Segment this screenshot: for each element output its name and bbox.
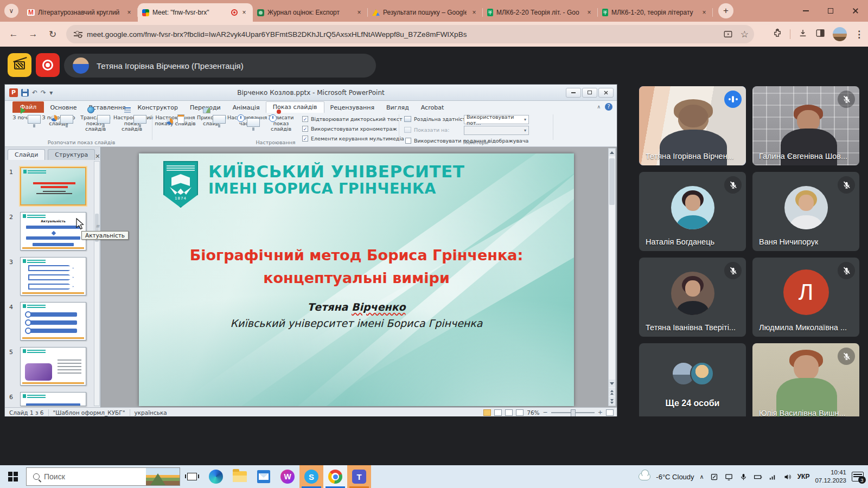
zoom-slider[interactable] — [551, 412, 595, 413]
maximize-button[interactable] — [818, 0, 843, 22]
side-panel-icon[interactable] — [815, 28, 825, 40]
tray-expand-icon[interactable] — [700, 473, 704, 480]
fit-to-window-icon[interactable] — [606, 409, 614, 416]
scrollbar-thumb[interactable] — [609, 158, 615, 205]
slide-thumbnail-6[interactable] — [20, 392, 86, 406]
status-language[interactable]: українська — [130, 409, 171, 416]
collapse-ribbon-icon[interactable]: ∧ — [597, 104, 601, 110]
download-icon[interactable] — [798, 28, 808, 40]
network-icon[interactable] — [768, 472, 777, 481]
tab-view[interactable]: Вигляд — [380, 102, 415, 113]
taskbar-clock[interactable]: 10:41 07.12.2023 — [815, 468, 846, 485]
taskbar-mail[interactable] — [252, 465, 276, 488]
panel-scrollbar[interactable] — [94, 161, 100, 406]
slideshow-view-icon[interactable] — [516, 409, 524, 416]
tab-home[interactable]: Основне — [44, 102, 82, 113]
powerpoint-logo-icon[interactable] — [9, 88, 18, 97]
panel-close-icon[interactable] — [95, 153, 100, 160]
tab-file[interactable]: Файл — [12, 101, 44, 113]
picture-in-picture-icon[interactable] — [723, 29, 733, 39]
normal-view-icon[interactable] — [483, 409, 491, 416]
show-on-dropdown[interactable] — [464, 126, 529, 135]
slide-thumbnail-5[interactable] — [20, 347, 86, 386]
search-input[interactable] — [44, 472, 125, 481]
battery-icon[interactable] — [754, 472, 763, 481]
url-bar[interactable]: meet.google.com/fnw-fvsr-brx?fbclid=IwAR… — [66, 25, 754, 43]
panel-tab-slides[interactable]: Слайди — [8, 149, 45, 160]
taskbar-skype[interactable] — [299, 465, 323, 488]
panel-tab-outline[interactable]: Структура — [48, 149, 95, 160]
scroll-down-icon[interactable] — [609, 380, 615, 387]
tab-journal[interactable]: Журнал оцінок: Експорт — [253, 3, 368, 22]
slide-scrollbar[interactable] — [608, 148, 616, 406]
search-weather-image[interactable] — [146, 468, 180, 485]
ppt-restore-button[interactable] — [582, 88, 597, 98]
minimize-button[interactable] — [793, 0, 818, 22]
checkbox-icon[interactable] — [302, 126, 308, 132]
tab-close-icon[interactable] — [355, 8, 363, 17]
tab-meet-active[interactable]: Meet: "fnw-fvsr-brx" — [138, 3, 253, 22]
tab-slideshow-active[interactable]: Показ слайдів — [266, 101, 324, 113]
pen-icon[interactable] — [710, 472, 719, 481]
language-indicator[interactable]: УКР — [797, 473, 810, 480]
participant-tile-liudmyla[interactable]: Л Людмила Миколаївна ... — [752, 258, 859, 337]
resolution-dropdown[interactable]: Використовувати пот... — [464, 115, 529, 124]
zoom-in-icon[interactable]: + — [598, 409, 603, 416]
tab-acrobat[interactable]: Acrobat — [415, 102, 450, 113]
weather-cloud-icon[interactable] — [639, 473, 650, 480]
tab-design[interactable]: Конструктор — [132, 102, 184, 113]
taskbar-teams[interactable] — [347, 465, 371, 488]
next-slide-button[interactable] — [609, 397, 615, 406]
participant-tile-nychyporuk[interactable]: Ваня Ничипорук — [752, 172, 859, 251]
tab-sheet-2[interactable]: МЛК6-1-20, теорія літерату — [598, 3, 713, 22]
setup-slideshow-button[interactable]: Настроювання показу слайдів — [155, 114, 196, 126]
profile-avatar[interactable] — [833, 27, 847, 41]
display-icon[interactable] — [724, 472, 733, 481]
tab-close-icon[interactable] — [125, 8, 133, 17]
checkbox-play-narrations[interactable]: Відтворювати дикторський текст — [302, 116, 403, 122]
from-beginning-button[interactable]: З початку — [12, 114, 40, 121]
slide-thumbnail-4[interactable] — [20, 302, 86, 341]
participant-tile-bohdanets[interactable]: Наталія Богданець — [639, 172, 746, 251]
taskbar-chrome[interactable] — [323, 465, 347, 488]
reading-view-icon[interactable] — [505, 409, 513, 416]
taskbar-edge[interactable] — [204, 465, 228, 488]
new-tab-button[interactable] — [718, 3, 733, 18]
zoom-out-icon[interactable]: − — [543, 409, 548, 416]
extensions-icon[interactable] — [773, 28, 782, 40]
slide-thumbnail-3[interactable] — [20, 257, 86, 296]
taskbar-search-box[interactable] — [26, 467, 180, 486]
weather-text[interactable]: -6°C Cloudy — [656, 473, 694, 481]
participant-tile-virchenko[interactable]: Тетяна Ігорівна Вірчен... — [639, 86, 746, 165]
bookmark-star-icon[interactable] — [741, 29, 749, 40]
tray-mic-icon[interactable] — [739, 472, 748, 481]
task-view-button[interactable] — [180, 465, 204, 488]
tab-review[interactable]: Рецензування — [324, 102, 380, 113]
slide-thumbnail-1[interactable] — [20, 167, 86, 206]
more-participants-tile[interactable]: Ще 24 особи — [639, 343, 746, 422]
ppt-minimize-button[interactable] — [566, 88, 581, 98]
tab-search-chevron-icon[interactable]: ∨ — [4, 4, 18, 18]
undo-icon[interactable]: ↶ — [32, 89, 37, 97]
start-button[interactable] — [0, 465, 26, 488]
tab-sheet-1[interactable]: МЛК6-2-20 Теорія літ. - Goo — [483, 3, 598, 22]
ppt-close-button[interactable] — [598, 88, 614, 98]
redo-icon[interactable]: ↷ — [41, 89, 46, 97]
tab-gmail[interactable]: Літературознавчий круглий — [23, 3, 138, 22]
close-button[interactable] — [843, 0, 868, 22]
browser-menu-icon[interactable] — [854, 29, 864, 40]
forward-icon[interactable]: → — [27, 28, 39, 40]
tab-close-icon[interactable] — [470, 8, 478, 17]
taskbar-w-app[interactable] — [276, 465, 299, 488]
hide-slide-button[interactable]: Приховати слайд — [197, 114, 225, 126]
qat-dropdown-icon[interactable]: ▾ — [49, 89, 53, 97]
tab-animations[interactable]: Анімація — [227, 102, 266, 113]
reload-icon[interactable]: ↻ — [47, 28, 59, 40]
participant-tile-vyshnytska[interactable]: Юлія Василівна Вишн... — [752, 343, 859, 422]
yellow-app-button[interactable] — [8, 53, 31, 77]
recording-indicator-button[interactable] — [36, 53, 60, 77]
participant-tile-shovkoplias[interactable]: Галина Євгенівна Шов... — [752, 86, 859, 165]
broadcast-slideshow-button[interactable]: Трансляція показу слайдів — [78, 114, 113, 132]
tab-close-icon[interactable] — [700, 8, 709, 17]
save-icon[interactable] — [21, 89, 29, 97]
